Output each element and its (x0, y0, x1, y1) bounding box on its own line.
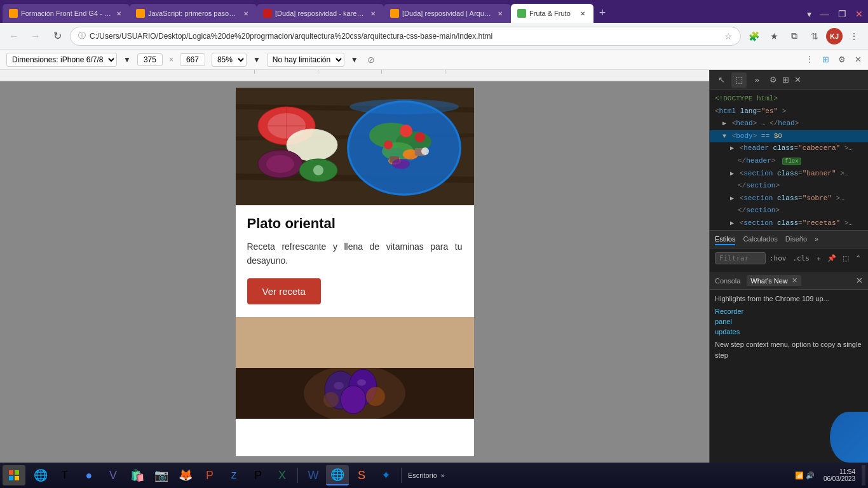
tab-whats-new[interactable]: What's New ✕ (747, 275, 801, 286)
tab-estilos[interactable]: Estilos (715, 234, 735, 245)
devtools-elements-icon[interactable]: ⬚ (731, 72, 747, 88)
tab-duda-arquitec[interactable]: [Duda] resposividad | Arquitec... ✕ (384, 4, 511, 23)
html-recetas[interactable]: ▶ <section class="recetas" >… (710, 217, 868, 230)
taskbar-visio[interactable]: V (102, 465, 125, 485)
taskbar-clock[interactable]: 11:54 06/03/2023 (820, 468, 859, 482)
taskbar-zoom[interactable]: Z (222, 465, 245, 485)
html-sobre[interactable]: ▶ <section class="sobre" >… (710, 193, 868, 205)
new-tab-button[interactable]: + (593, 4, 611, 22)
taskbar-chrome2[interactable]: 🌐 (326, 465, 349, 485)
html-header-close[interactable]: </header> flex (710, 155, 868, 168)
menu-button[interactable]: ⋮ (845, 27, 863, 45)
taskbar-store[interactable]: 🛍️ (126, 465, 149, 485)
tab-calculados[interactable]: Calculados (743, 234, 777, 245)
zoom-select[interactable]: 85% (212, 53, 247, 67)
html-doctype[interactable]: <!DOCTYPE html> (710, 93, 868, 105)
filter-pin-icon[interactable]: 📌 (825, 254, 838, 263)
whats-new-close-btn[interactable]: ✕ (792, 276, 797, 285)
taskbar-excel[interactable]: X (271, 465, 294, 485)
taskbar-ie[interactable]: 🌐 (29, 465, 52, 485)
reload-button[interactable]: ↻ (48, 27, 66, 45)
svg-point-18 (400, 125, 412, 137)
html-banner[interactable]: ▶ <section class="banner" >… (710, 168, 868, 180)
svg-rect-37 (9, 470, 13, 475)
address-input-wrap[interactable]: ⓘ C:/Users/USUARIO/Desktop/Logica%20de%2… (70, 27, 741, 46)
filter-caret-icon[interactable]: ⌃ (853, 254, 863, 263)
svg-point-35 (366, 387, 385, 406)
back-button[interactable]: ← (5, 27, 23, 45)
tab-fruta-fruto[interactable]: Fruta & Fruto ✕ (511, 4, 593, 23)
html-header[interactable]: ▶ <header class="cabecera" >… (710, 142, 868, 155)
width-input[interactable] (137, 53, 163, 66)
tab3-close[interactable]: ✕ (369, 9, 377, 18)
filter-layout-icon[interactable]: ⬚ (841, 254, 851, 263)
recorder-link[interactable]: Recorder (715, 308, 863, 315)
desktop-label[interactable]: Escritorio (405, 471, 440, 479)
close-button[interactable]: ✕ (853, 8, 865, 20)
taskbar-word[interactable]: W (302, 465, 325, 485)
console-close-btn[interactable]: ✕ (856, 276, 863, 285)
tab4-close[interactable]: ✕ (496, 9, 505, 18)
taskbar-firefox[interactable]: 🦊 (174, 465, 197, 485)
minimize-button[interactable]: — (818, 8, 832, 20)
taskbar-vscode[interactable]: ✦ (374, 465, 397, 485)
device-select[interactable]: Dimensiones: iPhone 6/7/8 (6, 53, 117, 67)
filter-add-icon[interactable]: + (815, 254, 823, 263)
star-icon[interactable]: ★ (765, 27, 783, 45)
svg-point-26 (421, 147, 429, 155)
profile-avatar[interactable]: KJ (826, 28, 843, 44)
taskbar-sublime[interactable]: S (350, 465, 373, 485)
html-sobre-close[interactable]: </section> (710, 205, 868, 217)
limit-select[interactable]: No hay limitación (267, 53, 344, 67)
restore-button[interactable]: ❐ (836, 8, 849, 20)
filter-buttons: + 📌 ⬚ ⌃ (815, 254, 863, 263)
filter-input[interactable] (715, 252, 766, 264)
devtools-more-icon[interactable]: » (749, 72, 764, 88)
address-bar: ← → ↻ ⓘ C:/Users/USUARIO/Desktop/Logica%… (0, 23, 868, 50)
devtools-settings-icon[interactable]: ⚙ (838, 55, 846, 64)
filter-hov[interactable]: :hov (770, 254, 787, 262)
taskbar-teams[interactable]: T (53, 465, 76, 485)
html-element[interactable]: <html lang="es" > (710, 105, 868, 118)
filter-cls[interactable]: .cls (793, 254, 810, 262)
taskbar-chrome[interactable]: ● (78, 465, 100, 485)
tab5-close[interactable]: ✕ (578, 9, 587, 18)
show-desktop-strip[interactable] (862, 465, 865, 485)
tab2-close[interactable]: ✕ (241, 9, 250, 18)
tab-scroll-down[interactable]: ▾ (804, 8, 814, 20)
svg-point-12 (313, 165, 323, 175)
forward-button[interactable]: → (27, 27, 44, 45)
rotate-icon[interactable]: ⊘ (367, 55, 375, 65)
tab1-close[interactable]: ✕ (114, 9, 123, 18)
tab-disenio[interactable]: Diseño (785, 234, 807, 245)
devtools-close-icon[interactable]: ✕ (855, 55, 862, 64)
html-banner-close[interactable]: </section> (710, 180, 868, 193)
html-head[interactable]: ▶ <head> … </head> (710, 118, 868, 130)
filter-row: :hov .cls + 📌 ⬚ ⌃ (715, 252, 863, 264)
devtools-close-btn[interactable]: ✕ (794, 75, 801, 85)
taskbar-photos[interactable]: 📷 (150, 465, 173, 485)
panel-link[interactable]: panel (715, 318, 863, 325)
devtools-dock-btn[interactable]: ⊞ (782, 75, 789, 85)
puzzle-icon[interactable]: ⧉ (785, 27, 803, 45)
devtools-settings-btn[interactable]: ⚙ (770, 75, 777, 85)
tab-duda-karenja[interactable]: [Duda] resposividad - karenja... ✕ (257, 4, 384, 23)
taskbar-powerpoint[interactable]: P (198, 465, 221, 485)
svg-point-10 (266, 155, 294, 173)
tab-more-styles[interactable]: » (815, 234, 818, 245)
devtools-responsive-icon[interactable]: ⊞ (822, 55, 829, 64)
tab-javascript[interactable]: JavaScript: primeros pasos con ✕ (130, 4, 257, 23)
tab-consola[interactable]: Consola (715, 276, 740, 286)
start-button[interactable] (3, 465, 25, 485)
extensions-icon[interactable]: 🧩 (745, 27, 763, 45)
tab-formacion[interactable]: Formación Front End G4 - ONE ✕ (3, 4, 130, 23)
html-body[interactable]: ▼ <body> == $0 (710, 130, 868, 143)
bookmark-icon[interactable]: ☆ (724, 31, 733, 41)
devtools-pointer-icon[interactable]: ↖ (714, 72, 729, 88)
updates-link[interactable]: updates (715, 328, 863, 336)
ver-receta-button[interactable]: Ver receta (247, 278, 321, 304)
height-input[interactable] (180, 53, 205, 66)
wifi-icon: 🔊 (806, 471, 815, 480)
taskbar-ppt2[interactable]: P (247, 465, 269, 485)
sync-icon[interactable]: ⇅ (806, 27, 824, 45)
